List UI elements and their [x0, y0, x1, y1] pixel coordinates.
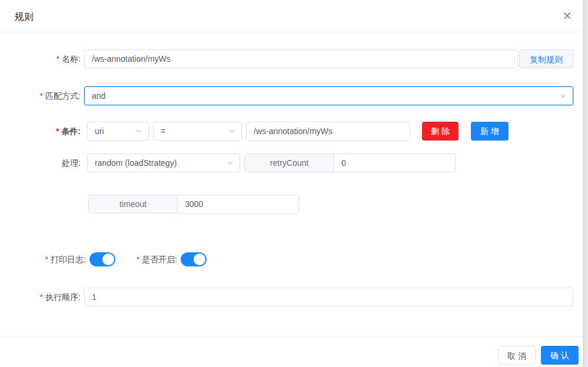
timeout-addon: timeout — [89, 195, 178, 213]
print-log-toggle[interactable] — [89, 252, 115, 266]
name-label: *名称: — [0, 49, 81, 68]
condition-field-select[interactable]: uri — [87, 122, 149, 141]
order-label: *执行顺序: — [0, 288, 81, 306]
copy-rule-button[interactable]: 复制规则 — [519, 49, 573, 68]
required-asterisk: * — [45, 255, 48, 264]
retry-count-group: retryCount — [244, 154, 456, 172]
chevron-down-icon — [227, 159, 234, 166]
cancel-button[interactable]: 取 消 — [498, 346, 536, 365]
toggle-knob — [102, 253, 114, 265]
timeout-input[interactable] — [178, 195, 298, 213]
required-asterisk: * — [40, 91, 43, 101]
timeout-group: timeout — [88, 195, 299, 213]
load-strategy-select[interactable]: random (loadStrategy) — [87, 154, 240, 172]
close-icon[interactable]: ✕ — [562, 9, 572, 22]
required-asterisk: * — [137, 255, 139, 264]
chevron-down-icon — [560, 92, 567, 99]
condition-operator-select[interactable]: = — [153, 122, 242, 141]
match-mode-select[interactable]: and — [84, 86, 573, 105]
order-input[interactable] — [84, 288, 573, 306]
toggle-knob — [194, 253, 205, 265]
enabled-label: *是否开启: — [121, 252, 177, 266]
match-mode-label: *匹配方式: — [0, 86, 81, 105]
add-condition-button[interactable]: 新 增 — [471, 122, 509, 141]
required-asterisk: * — [40, 292, 43, 302]
required-asterisk: * — [56, 126, 59, 136]
modal-title: 规则 — [15, 11, 34, 24]
rule-modal: 规则 ✕ *名称: 复制规则 *匹配方式: and *条件: uri = 删 除… — [0, 0, 583, 367]
condition-value-input[interactable] — [246, 122, 410, 141]
condition-label: *条件: — [0, 122, 81, 141]
confirm-button[interactable]: 确 认 — [541, 346, 579, 365]
delete-condition-button[interactable]: 删 除 — [422, 122, 459, 141]
modal-footer: 取 消 确 认 — [0, 336, 583, 367]
modal-header: 规则 ✕ — [0, 0, 583, 32]
print-log-label: *打印日志: — [0, 252, 86, 266]
retry-count-input[interactable] — [334, 154, 455, 172]
enabled-toggle[interactable] — [181, 252, 207, 266]
name-input[interactable] — [84, 49, 518, 68]
chevron-down-icon — [228, 128, 235, 135]
required-asterisk: * — [57, 54, 59, 64]
retry-count-addon: retryCount — [245, 154, 334, 172]
chevron-down-icon — [135, 128, 142, 135]
handle-label: 处理: — [0, 154, 81, 172]
